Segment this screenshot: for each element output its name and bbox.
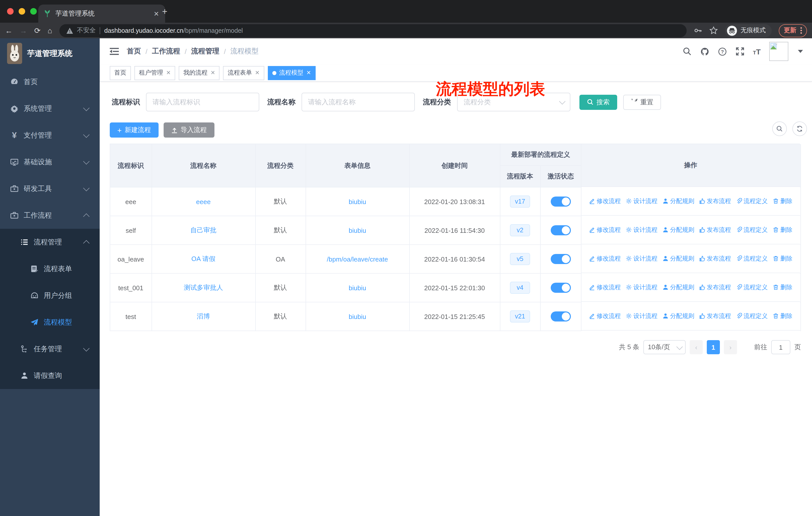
publish-process-link[interactable]: 发布流程 xyxy=(699,312,731,320)
active-toggle[interactable] xyxy=(551,225,571,235)
sidebar-logo[interactable]: 芋道管理系统 xyxy=(0,38,100,69)
page-size-select[interactable]: 10条/页 xyxy=(643,340,686,354)
minimize-window-button[interactable] xyxy=(19,8,25,15)
active-toggle[interactable] xyxy=(551,254,571,264)
tag-tenant[interactable]: 租户管理✕ xyxy=(135,66,175,80)
breadcrumb-home[interactable]: 首页 xyxy=(127,47,141,56)
tab-close-icon[interactable]: ✕ xyxy=(152,10,160,18)
edit-process-link[interactable]: 修改流程 xyxy=(589,254,621,263)
sidebar-item-payment[interactable]: ¥ 支付管理 xyxy=(0,122,100,148)
new-tab-button[interactable]: + xyxy=(162,7,167,16)
process-definition-link[interactable]: 流程定义 xyxy=(736,283,768,292)
design-process-link[interactable]: 设计流程 xyxy=(626,312,658,320)
design-process-link[interactable]: 设计流程 xyxy=(626,225,658,234)
tag-process-model[interactable]: 流程模型✕ xyxy=(267,66,315,80)
tag-home[interactable]: 首页 xyxy=(110,66,131,80)
design-process-link[interactable]: 设计流程 xyxy=(626,254,658,263)
form-link[interactable]: /bpm/oa/leave/create xyxy=(327,255,388,263)
avatar-dropdown-caret-icon[interactable] xyxy=(798,50,803,53)
tag-close-icon[interactable]: ✕ xyxy=(306,70,311,76)
sidebar-item-infra[interactable]: 基础设施 xyxy=(0,148,100,175)
toggle-search-icon[interactable] xyxy=(772,121,787,136)
publish-process-link[interactable]: 发布流程 xyxy=(699,197,731,205)
close-window-button[interactable] xyxy=(7,8,13,15)
zoom-window-button[interactable] xyxy=(30,8,37,15)
process-id-input[interactable] xyxy=(146,93,259,111)
breadcrumb-process-manage[interactable]: 流程管理 xyxy=(191,47,220,56)
publish-process-link[interactable]: 发布流程 xyxy=(699,254,731,263)
form-link[interactable]: biubiu xyxy=(349,313,366,320)
process-definition-link[interactable]: 流程定义 xyxy=(736,225,768,234)
delete-process-link[interactable]: 删除 xyxy=(773,225,792,234)
version-badge[interactable]: v17 xyxy=(510,195,530,208)
tag-close-icon[interactable]: ✕ xyxy=(210,70,215,76)
prev-page-button[interactable]: ‹ xyxy=(690,340,703,354)
reload-icon[interactable]: ⟳ xyxy=(34,27,40,34)
breadcrumb-workflow[interactable]: 工作流程 xyxy=(152,47,180,56)
tag-my-process[interactable]: 我的流程✕ xyxy=(179,66,220,80)
tag-close-icon[interactable]: ✕ xyxy=(166,70,171,76)
process-name-link[interactable]: 自己审批 xyxy=(190,226,216,234)
assign-rule-link[interactable]: 分配规则 xyxy=(663,312,694,320)
tag-process-form[interactable]: 流程表单✕ xyxy=(223,66,264,80)
delete-process-link[interactable]: 删除 xyxy=(773,197,792,205)
process-name-link[interactable]: 测试多审批人 xyxy=(184,284,223,291)
assign-rule-link[interactable]: 分配规则 xyxy=(663,197,694,205)
github-icon[interactable] xyxy=(700,47,709,56)
assign-rule-link[interactable]: 分配规则 xyxy=(663,254,694,263)
edit-process-link[interactable]: 修改流程 xyxy=(589,225,621,234)
font-size-icon[interactable]: TT xyxy=(753,48,761,55)
sidebar-item-leave-query[interactable]: 请假查询 xyxy=(0,362,100,389)
browser-menu-icon[interactable] xyxy=(801,27,802,34)
fullscreen-icon[interactable] xyxy=(735,47,744,56)
reset-button[interactable]: 重置 xyxy=(623,94,661,110)
avatar[interactable] xyxy=(769,42,788,61)
back-icon[interactable]: ← xyxy=(5,27,12,34)
publish-process-link[interactable]: 发布流程 xyxy=(699,283,731,292)
sidebar-item-system[interactable]: 系统管理 xyxy=(0,95,100,122)
process-name-link[interactable]: OA 请假 xyxy=(191,255,215,263)
design-process-link[interactable]: 设计流程 xyxy=(626,283,658,292)
password-key-icon[interactable] xyxy=(694,26,702,35)
sidebar-item-user-group[interactable]: 用户分组 xyxy=(0,282,100,309)
forward-icon[interactable]: → xyxy=(20,27,27,34)
window-controls[interactable] xyxy=(7,8,37,15)
form-link[interactable]: biubiu xyxy=(349,284,366,292)
process-name-link[interactable]: eeee xyxy=(196,198,211,205)
create-process-button[interactable]: + 新建流程 xyxy=(110,123,158,138)
sidebar-item-task-manage[interactable]: 任务管理 xyxy=(0,335,100,362)
active-toggle[interactable] xyxy=(551,311,571,322)
form-link[interactable]: biubiu xyxy=(349,226,366,234)
refresh-table-icon[interactable] xyxy=(792,121,807,136)
design-process-link[interactable]: 设计流程 xyxy=(626,197,658,205)
browser-tab[interactable]: 芋道管理系统 ✕ xyxy=(38,4,165,23)
search-icon[interactable] xyxy=(683,47,691,56)
publish-process-link[interactable]: 发布流程 xyxy=(699,225,731,234)
sidebar-item-workflow[interactable]: 工作流程 xyxy=(0,202,100,229)
sidebar-item-process-form[interactable]: 流程表单 xyxy=(0,255,100,282)
import-process-button[interactable]: 导入流程 xyxy=(164,123,214,138)
sidebar-item-process-model[interactable]: 流程模型 xyxy=(0,309,100,335)
edit-process-link[interactable]: 修改流程 xyxy=(589,283,621,292)
sidebar-item-home[interactable]: 首页 xyxy=(0,69,100,95)
help-icon[interactable]: ? xyxy=(718,47,727,56)
delete-process-link[interactable]: 删除 xyxy=(773,283,792,292)
process-name-input[interactable] xyxy=(301,93,415,111)
current-page-button[interactable]: 1 xyxy=(707,340,720,354)
edit-process-link[interactable]: 修改流程 xyxy=(589,197,621,205)
active-toggle[interactable] xyxy=(551,283,571,293)
process-definition-link[interactable]: 流程定义 xyxy=(736,197,768,205)
assign-rule-link[interactable]: 分配规则 xyxy=(663,283,694,292)
address-bar[interactable]: 不安全 dashboard.yudao.iocoder.cn/bpm/manag… xyxy=(59,24,687,37)
home-icon[interactable]: ⌂ xyxy=(48,27,52,34)
sidebar-fold-icon[interactable] xyxy=(110,47,119,55)
process-definition-link[interactable]: 流程定义 xyxy=(736,312,768,320)
search-button[interactable]: 搜索 xyxy=(579,94,617,110)
next-page-button[interactable]: › xyxy=(724,340,737,354)
edit-process-link[interactable]: 修改流程 xyxy=(589,312,621,320)
active-toggle[interactable] xyxy=(551,196,571,207)
bookmark-star-icon[interactable] xyxy=(709,26,718,35)
form-link[interactable]: biubiu xyxy=(349,198,366,205)
assign-rule-link[interactable]: 分配规则 xyxy=(663,225,694,234)
version-badge[interactable]: v5 xyxy=(510,253,530,265)
